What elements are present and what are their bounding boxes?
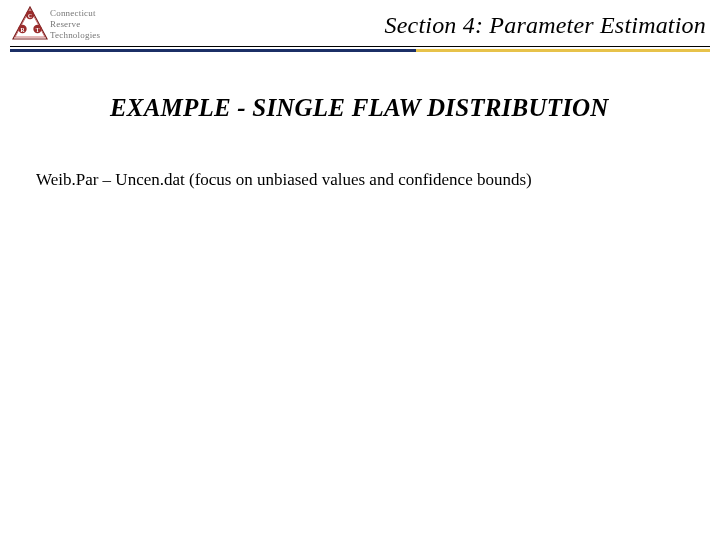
logo-text: Connecticut Reserve Technologies <box>50 8 100 41</box>
content-body: Weib.Par – Uncen.dat (focus on unbiased … <box>36 170 720 190</box>
section-title: Section 4: Parameter Estimation <box>385 12 706 39</box>
header-rule-line <box>10 46 710 47</box>
header-rule-bar-navy <box>10 49 416 52</box>
slide: C R T Connecticut Reserve Technologies S… <box>0 0 720 540</box>
logo-text-line1: Connecticut <box>50 8 100 19</box>
slide-content: EXAMPLE - SINGLE FLAW DISTRIBUTION Weib.… <box>0 54 720 190</box>
header-rule-bar-gold <box>416 49 710 52</box>
svg-text:T: T <box>36 27 40 33</box>
logo-mark-icon: C R T <box>12 6 48 40</box>
header-rule-bar <box>10 49 710 52</box>
company-logo: C R T Connecticut Reserve Technologies <box>12 6 122 42</box>
logo-text-line2: Reserve <box>50 19 100 30</box>
logo-text-line3: Technologies <box>50 30 100 41</box>
svg-text:C: C <box>28 13 32 19</box>
header-rule <box>10 46 710 52</box>
slide-header: C R T Connecticut Reserve Technologies S… <box>0 0 720 54</box>
content-heading: EXAMPLE - SINGLE FLAW DISTRIBUTION <box>110 94 720 122</box>
